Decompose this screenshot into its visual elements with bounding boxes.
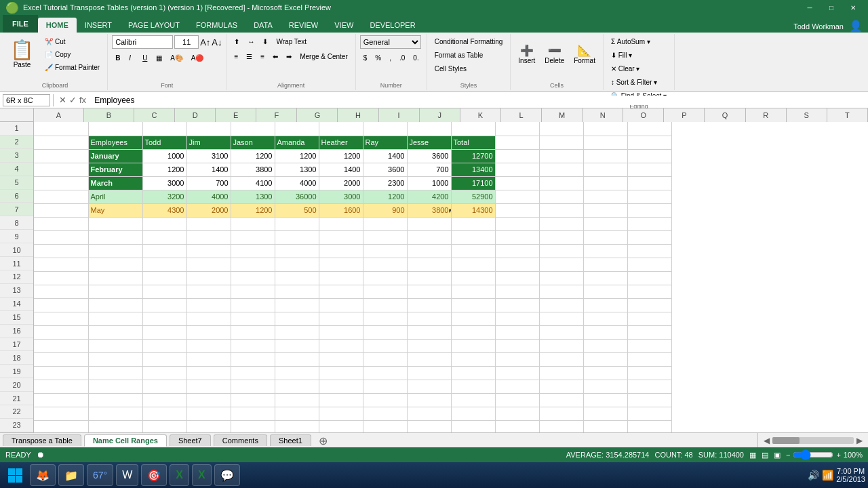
insert-function-icon[interactable]: fx — [79, 95, 86, 105]
cell-k3[interactable] — [495, 149, 539, 163]
border-button[interactable]: ▦ — [153, 52, 165, 64]
taskbar-skype[interactable]: 💬 — [214, 464, 240, 486]
format-painter-button[interactable]: 🖌️ Format Painter — [41, 61, 103, 73]
row-header-21[interactable]: 21 — [0, 392, 33, 405]
cell-h5[interactable]: 2300 — [363, 176, 407, 190]
tab-insert[interactable]: INSERT — [77, 18, 120, 33]
font-name-input[interactable] — [112, 35, 173, 49]
col-header-k[interactable]: K — [460, 108, 501, 122]
cell-b7[interactable]: May — [88, 203, 142, 217]
cut-button[interactable]: ✂️ Cut — [41, 35, 103, 47]
cell-c4[interactable]: 1200 — [142, 163, 186, 176]
row-header-17[interactable]: 17 — [0, 338, 33, 352]
italic-button[interactable]: I — [125, 52, 138, 64]
zoom-slider[interactable] — [793, 449, 833, 460]
insert-button[interactable]: ➕ Insert — [515, 35, 538, 73]
conditional-formatting-button[interactable]: Conditional Formatting — [431, 35, 507, 47]
cell-i6[interactable]: 4200 — [407, 190, 451, 203]
col-header-j[interactable]: J — [420, 108, 460, 122]
select-all-cell[interactable] — [0, 108, 34, 121]
cell-k5[interactable] — [495, 176, 539, 190]
cell-d2[interactable]: Jim — [186, 136, 231, 149]
align-middle-button[interactable]: ↔ — [244, 35, 258, 47]
cell-a5[interactable] — [34, 176, 88, 190]
add-sheet-button[interactable]: ⊕ — [317, 434, 330, 447]
merge-center-button[interactable]: Merge & Center — [296, 50, 351, 62]
col-header-l[interactable]: L — [501, 108, 542, 122]
row-header-19[interactable]: 19 — [0, 365, 33, 378]
decimal-increase-button[interactable]: .0 — [396, 52, 408, 64]
cell-c2[interactable]: Todd — [142, 136, 186, 149]
cell-l5[interactable] — [539, 176, 583, 190]
cell-n7[interactable] — [627, 203, 671, 217]
page-layout-view-icon[interactable]: ▤ — [762, 451, 768, 460]
row-header-23[interactable]: 23 — [0, 419, 33, 432]
bold-button[interactable]: B — [112, 52, 124, 64]
cell-f1[interactable] — [275, 122, 319, 136]
cell-c3[interactable]: 1000 — [142, 149, 186, 163]
taskbar-explorer[interactable]: 📁 — [58, 464, 84, 486]
row-header-12[interactable]: 12 — [0, 270, 33, 284]
cell-a2[interactable] — [34, 136, 88, 149]
cell-d7[interactable]: 2000 — [186, 203, 231, 217]
align-top-button[interactable]: ⬆ — [231, 35, 243, 47]
col-header-e[interactable]: E — [216, 108, 256, 122]
cell-m1[interactable] — [583, 122, 627, 136]
col-header-f[interactable]: F — [256, 108, 297, 122]
underline-button[interactable]: U — [139, 52, 151, 64]
row-header-22[interactable]: 22 — [0, 405, 33, 419]
cell-k1[interactable] — [495, 122, 539, 136]
cell-i5[interactable]: 1000 — [407, 176, 451, 190]
cell-k7[interactable] — [495, 203, 539, 217]
cell-styles-button[interactable]: Cell Styles — [431, 62, 470, 75]
cell-j5[interactable]: 17100 — [451, 176, 495, 190]
zoom-out-button[interactable]: − — [786, 451, 790, 459]
cell-e2[interactable]: Jason — [231, 136, 275, 149]
indent-decrease-button[interactable]: ⬅ — [269, 50, 281, 62]
tab-page-layout[interactable]: PAGE LAYOUT — [120, 18, 188, 33]
col-header-n[interactable]: N — [583, 108, 623, 122]
clear-button[interactable]: ✕ Clear ▾ — [608, 62, 643, 75]
cell-a7[interactable] — [34, 203, 88, 217]
font-size-input[interactable] — [174, 35, 199, 49]
cell-d4[interactable]: 1400 — [186, 163, 231, 176]
cell-i7[interactable]: 3800 ↖ — [407, 203, 451, 217]
increase-font-button[interactable]: A↑ — [200, 37, 210, 47]
cell-b4[interactable]: February — [88, 163, 142, 176]
cell-h1[interactable] — [363, 122, 407, 136]
col-header-r[interactable]: R — [746, 108, 787, 122]
cell-m6[interactable] — [583, 190, 627, 203]
cell-n3[interactable] — [627, 149, 671, 163]
cell-a6[interactable] — [34, 190, 88, 203]
indent-increase-button[interactable]: ➡ — [283, 50, 295, 62]
col-header-s[interactable]: S — [787, 108, 827, 122]
cell-n5[interactable] — [627, 176, 671, 190]
taskbar-excel1[interactable]: X — [170, 464, 189, 486]
cell-l6[interactable] — [539, 190, 583, 203]
tab-view[interactable]: VIEW — [326, 18, 361, 33]
cell-j6[interactable]: 52900 — [451, 190, 495, 203]
cell-j1[interactable] — [451, 122, 495, 136]
cell-k2[interactable] — [495, 136, 539, 149]
cell-i1[interactable] — [407, 122, 451, 136]
col-header-h[interactable]: H — [338, 108, 378, 122]
cell-f6[interactable]: 36000 — [275, 190, 319, 203]
cell-e7[interactable]: 1200 — [231, 203, 275, 217]
confirm-formula-icon[interactable]: ✓ — [69, 95, 77, 105]
page-break-view-icon[interactable]: ▣ — [774, 451, 781, 460]
grid[interactable]: Employees Todd Jim Jason Amanda Heather … — [34, 122, 868, 432]
cell-c6[interactable]: 3200 — [142, 190, 186, 203]
tab-home[interactable]: HOME — [38, 18, 77, 33]
wrap-text-button[interactable]: Wrap Text — [273, 35, 310, 47]
cell-e3[interactable]: 1200 — [231, 149, 275, 163]
tab-data[interactable]: DATA — [245, 18, 281, 33]
scroll-right-button[interactable]: ▶ — [856, 436, 863, 445]
cell-d3[interactable]: 3100 — [186, 149, 231, 163]
cell-h3[interactable]: 1400 — [363, 149, 407, 163]
cell-g5[interactable]: 2000 — [319, 176, 363, 190]
cell-a3[interactable] — [34, 149, 88, 163]
cell-i4[interactable]: 700 — [407, 163, 451, 176]
cell-b1[interactable] — [88, 122, 142, 136]
cell-b6[interactable]: April — [88, 190, 142, 203]
zoom-in-button[interactable]: + — [836, 451, 840, 459]
